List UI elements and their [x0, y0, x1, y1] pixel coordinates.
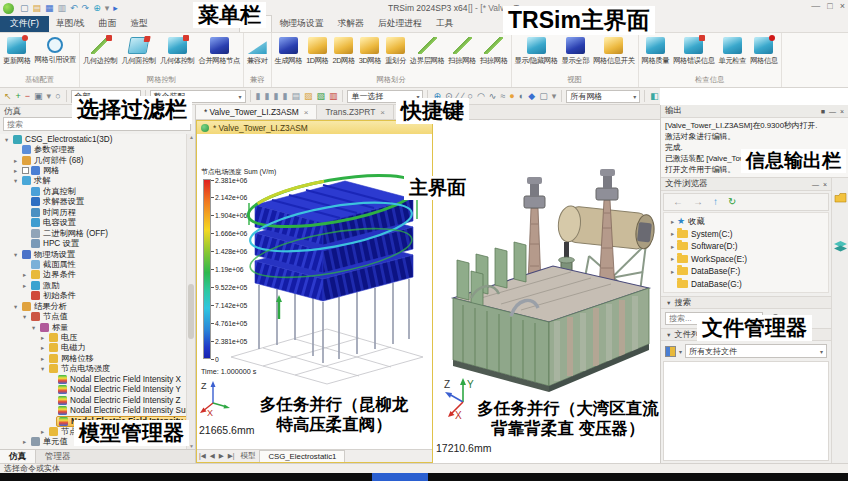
expand-icon[interactable]: ▾ [38, 365, 47, 372]
mat-icon[interactable]: ◧ [649, 89, 660, 104]
valve-tower-model[interactable] [227, 173, 427, 385]
col4-icon[interactable]: ▮ [281, 89, 288, 104]
clip-icon[interactable]: ▤ [290, 89, 301, 104]
file-type-filter-select[interactable]: 所有支持文件 ▾ [685, 344, 827, 358]
tree-item[interactable]: HPC 设置 [0, 238, 186, 248]
ring-icon[interactable]: ○ [54, 89, 61, 104]
back-icon[interactable]: ← [673, 194, 683, 210]
expand-icon[interactable]: ▾ [2, 136, 11, 143]
pin-icon[interactable]: ■ [821, 108, 825, 115]
caret-icon[interactable]: ▾ [46, 89, 53, 104]
refresh-icon[interactable]: ↻ [728, 194, 736, 210]
checkbox[interactable] [22, 167, 29, 174]
minimize-panel-icon[interactable]: — [829, 108, 836, 115]
tree-item[interactable]: ▾CSG_Electrostatic1(3D) [0, 134, 186, 144]
tree-item[interactable]: ▸边界条件 [0, 270, 186, 280]
ball-icon[interactable]: ● [508, 89, 515, 104]
filter-select[interactable]: 所有网格▾ [566, 90, 640, 103]
close-panel-icon[interactable]: × [840, 108, 844, 115]
ribbon-button[interactable]: 2D网格 [331, 35, 357, 67]
file-browser-header[interactable]: 文件浏览器 — × [661, 178, 831, 191]
play-icon[interactable]: ▸ [113, 3, 118, 13]
target-icon[interactable]: ⊕ [93, 3, 101, 13]
tree-item[interactable]: 二进制网格 (OFF) [0, 228, 186, 238]
drive-item[interactable]: DataBase(G:) [664, 278, 828, 291]
expand-icon[interactable]: ▸ [668, 255, 677, 262]
tree-item[interactable]: ▸电压 [0, 332, 186, 342]
tree-item[interactable]: ▾物理场设置 [0, 249, 186, 259]
tree-item[interactable]: 仿真控制 [0, 186, 186, 196]
close-panel-icon[interactable]: × [823, 181, 827, 188]
ribbon-button[interactable]: 更新网格 [1, 35, 33, 67]
expand-icon[interactable]: ▾ [11, 251, 20, 258]
close-tab-icon[interactable]: × [380, 108, 385, 117]
ribbon-button[interactable]: 网格质量 [640, 35, 672, 67]
first-page-icon[interactable]: |◀ [197, 452, 208, 460]
expand-icon[interactable]: ▾ [11, 177, 20, 184]
ribbon-button[interactable]: 扫掠网格 [446, 35, 478, 67]
tree-item[interactable]: ▾标量 [0, 322, 186, 332]
cursor-icon[interactable]: ↖ [3, 89, 13, 104]
drive-item[interactable]: ▸Software(D:) [664, 240, 828, 253]
prev-page-icon[interactable]: ◀ [208, 452, 217, 460]
diam-icon[interactable]: ◆ [527, 89, 536, 104]
menu-tab[interactable]: 曲面 [92, 16, 124, 32]
drive-item[interactable]: ▸DataBase(F:) [664, 265, 828, 278]
expand-icon[interactable]: ▸ [668, 268, 677, 275]
menu-tab[interactable]: 文件(F) [0, 16, 49, 32]
tree-item[interactable]: Nodal Electric Field Intensity X [0, 374, 186, 384]
pick-icon[interactable]: ▣ [33, 89, 44, 104]
expand-icon[interactable]: ▾ [20, 313, 29, 320]
tree-item[interactable]: 求解器设置 [0, 197, 186, 207]
ribbon-button[interactable]: 扫掠网格 [478, 35, 510, 67]
tree-item[interactable]: ▸网格 [0, 165, 186, 175]
tree-item[interactable]: ▾求解 [0, 176, 186, 186]
ribbon-button[interactable]: 网格引用设置 [33, 35, 78, 67]
minimize-panel-icon[interactable]: — [812, 181, 819, 188]
book-icon[interactable]: ▥ [328, 89, 339, 104]
expand-icon[interactable]: ▸ [20, 282, 29, 289]
close-tab-icon[interactable]: × [304, 108, 309, 117]
half-icon[interactable]: ◐ [518, 89, 525, 104]
tree-item[interactable]: Nodal Electric Field Intensity Z [0, 395, 186, 405]
expand-icon[interactable]: ▸ [11, 157, 20, 164]
tree-item[interactable]: ▸几何部件 (68) [0, 155, 186, 165]
tree-item[interactable]: ▾结果分析 [0, 301, 186, 311]
menu-tab[interactable]: 物理场设置 [272, 16, 330, 32]
tree-item[interactable]: 参数管理器 [0, 144, 186, 154]
taskbar-app-chip[interactable] [372, 473, 428, 481]
menu-tab[interactable]: 后处理进程 [371, 16, 429, 32]
sheet-icon[interactable]: ▧ [315, 89, 326, 104]
ribbon-button[interactable]: 几何体控制 [158, 35, 197, 67]
wave-icon[interactable]: ∿ [488, 89, 498, 104]
tree-item[interactable]: 电容设置 [0, 218, 186, 228]
expand-icon[interactable]: ▸ [20, 438, 29, 445]
layers-dock-icon[interactable] [834, 241, 847, 252]
ribbon-button[interactable]: 合并网格节点 [196, 35, 241, 67]
tree-scrollbar[interactable]: ▲ ▼ [186, 134, 195, 449]
expand-icon[interactable]: ▸ [38, 355, 47, 362]
drive-item[interactable]: ▸★收藏 [664, 215, 828, 228]
ribbon-button[interactable]: 1D网格 [304, 35, 330, 67]
tree-item[interactable]: 截面属性 [0, 259, 186, 269]
remove-icon[interactable]: − [24, 89, 31, 104]
model-tab-label[interactable]: 模型 [236, 451, 259, 461]
print-icon[interactable]: ▥ [58, 3, 67, 13]
expand-icon[interactable]: ▸ [668, 230, 677, 237]
box-icon[interactable]: ▢ [538, 89, 549, 104]
save-icon[interactable]: ▦ [45, 3, 54, 13]
file-browser-dock-icon[interactable] [834, 192, 847, 203]
expand-icon[interactable]: ▸ [38, 344, 47, 351]
caret-icon[interactable]: ▾ [551, 89, 558, 104]
add-icon[interactable]: + [15, 89, 22, 104]
wave2-icon[interactable]: ≈ [499, 89, 506, 104]
tree-item[interactable]: Nodal Electric Field Intensity Sum [0, 405, 186, 415]
drive-item[interactable]: ▸System(C:) [664, 228, 828, 241]
expand-icon[interactable]: ▾ [29, 324, 38, 331]
tree-item[interactable]: ▸电磁力 [0, 343, 186, 353]
redo-icon[interactable]: ↷ [82, 3, 90, 13]
col2-icon[interactable]: ▮ [264, 89, 271, 104]
forward-icon[interactable]: → [693, 194, 703, 210]
close-window-icon[interactable]: × [840, 1, 845, 11]
result-tab[interactable]: CSG_Electrostatic1 [259, 450, 345, 462]
